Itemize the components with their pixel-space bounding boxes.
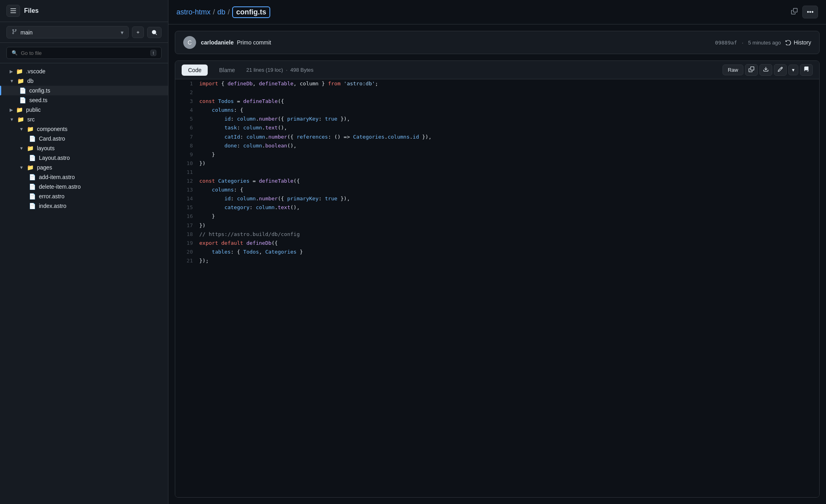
line-code: export default defineDb({ — [199, 239, 819, 248]
sidebar-item-add-item-astro[interactable]: 📄 add-item.astro — [0, 172, 168, 182]
table-row: 7 catId: column.number({ references: () … — [175, 133, 819, 141]
line-code: // https://astro.build/db/config — [199, 230, 819, 239]
sidebar-item-index-astro[interactable]: 📄 index.astro — [0, 201, 168, 211]
table-row: 1 import { defineDb, defineTable, column… — [175, 79, 819, 88]
sidebar-item-error-astro[interactable]: 📄 error.astro — [0, 192, 168, 201]
download-button[interactable] — [759, 64, 772, 76]
line-number: 21 — [175, 256, 199, 265]
branch-selector[interactable]: main ▾ — [6, 26, 129, 38]
file-icon: 📄 — [29, 174, 36, 180]
breadcrumb-sep-2: / — [228, 8, 230, 16]
sidebar-item-delete-item-astro[interactable]: 📄 delete-item.astro — [0, 182, 168, 192]
main-content: astro-htmx / db / config.ts ••• C carlod… — [168, 0, 826, 504]
more-file-options-button[interactable]: ▾ — [788, 65, 798, 75]
sidebar-item-seed-ts[interactable]: 📄 seed.ts — [0, 95, 168, 105]
more-options-button[interactable]: ••• — [802, 6, 818, 18]
search-input[interactable] — [21, 50, 147, 56]
chevron-down-icon: ▼ — [10, 79, 14, 83]
code-section: Code Blame 21 lines (19 loc) · 498 Bytes… — [175, 60, 820, 498]
sidebar-item-card-astro[interactable]: 📄 Card.astro — [0, 134, 168, 143]
line-code: } — [199, 212, 819, 221]
code-content: 1 import { defineDb, defineTable, column… — [175, 79, 819, 497]
sidebar-item-vscode[interactable]: ▶ 📁 .vscode — [0, 67, 168, 76]
commit-time: 5 minutes ago — [748, 40, 781, 46]
search-button[interactable] — [147, 27, 162, 38]
line-code: id: column.number({ primaryKey: true }), — [199, 194, 819, 203]
tab-code[interactable]: Code — [182, 65, 208, 76]
line-code: }); — [199, 256, 819, 265]
copy-path-button[interactable] — [790, 6, 799, 18]
sidebar-item-label: seed.ts — [29, 97, 47, 103]
sidebar-toggle-button[interactable] — [6, 5, 20, 17]
folder-icon: 📁 — [17, 116, 24, 123]
line-number: 12 — [175, 177, 199, 185]
sidebar-item-pages[interactable]: ▼ 📁 pages — [0, 163, 168, 172]
sidebar-item-label: error.astro — [39, 193, 65, 200]
search-box[interactable]: 🔍 t — [6, 47, 162, 59]
sidebar-item-src[interactable]: ▼ 📁 src — [0, 115, 168, 124]
sidebar-item-public[interactable]: ▶ 📁 public — [0, 105, 168, 115]
folder-icon: 📁 — [27, 164, 34, 171]
add-file-button[interactable]: + — [132, 26, 144, 38]
sidebar-item-layout-astro[interactable]: 📄 Layout.astro — [0, 153, 168, 163]
raw-button[interactable]: Raw — [723, 65, 743, 75]
folder-icon: 📁 — [17, 78, 24, 84]
line-code: id: column.number({ primaryKey: true }), — [199, 115, 819, 123]
history-button[interactable]: History — [786, 39, 811, 46]
line-number: 9 — [175, 150, 199, 159]
code-toolbar: Code Blame 21 lines (19 loc) · 498 Bytes… — [175, 61, 819, 79]
line-number: 7 — [175, 133, 199, 141]
table-row: 13 columns: { — [175, 185, 819, 194]
table-row: 9 } — [175, 150, 819, 159]
line-number: 1 — [175, 79, 199, 88]
sidebar-item-label: Layout.astro — [39, 155, 70, 161]
commit-meta: 09889af · 5 minutes ago — [715, 40, 781, 46]
branch-name: main — [20, 29, 32, 36]
file-lines: 21 lines (19 loc) — [246, 67, 283, 73]
line-code: const Categories = defineTable({ — [199, 177, 819, 185]
search-shortcut: t — [150, 50, 156, 56]
sidebar-item-db[interactable]: ▼ 📁 db — [0, 76, 168, 86]
breadcrumb-repo-link[interactable]: astro-htmx — [176, 8, 211, 16]
sidebar-item-components[interactable]: ▼ 📁 components — [0, 124, 168, 134]
folder-icon: 📁 — [16, 107, 23, 113]
line-code: } — [199, 150, 819, 159]
table-row: 8 done: column.boolean(), — [175, 141, 819, 150]
sidebar-item-config-ts[interactable]: 📄 config.ts — [0, 86, 168, 95]
file-icon: 📄 — [19, 97, 26, 103]
line-code: }) — [199, 159, 819, 168]
edit-button[interactable] — [774, 64, 787, 76]
copy-raw-button[interactable] — [745, 64, 758, 76]
sidebar-title: Files — [24, 7, 162, 14]
table-row: 16 } — [175, 212, 819, 221]
sidebar-item-label: delete-item.astro — [39, 183, 81, 190]
commit-info: carlodaniele Primo commit — [201, 39, 710, 46]
folder-icon: 📁 — [27, 126, 34, 132]
line-number: 5 — [175, 115, 199, 123]
branch-selector-row: main ▾ + — [0, 22, 168, 43]
search-icon: 🔍 — [12, 50, 18, 56]
sidebar-item-layouts[interactable]: ▼ 📁 layouts — [0, 143, 168, 153]
line-code — [199, 168, 819, 177]
file-tree: ▶ 📁 .vscode ▼ 📁 db 📄 config.ts 📄 seed.ts… — [0, 63, 168, 504]
breadcrumb: astro-htmx / db / config.ts — [176, 6, 786, 18]
sidebar-header: Files — [0, 0, 168, 22]
chevron-down-icon: ▼ — [19, 146, 24, 151]
file-meta: 21 lines (19 loc) · 498 Bytes — [246, 67, 718, 73]
main-header: astro-htmx / db / config.ts ••• — [168, 0, 826, 24]
commit-bar: C carlodaniele Primo commit 09889af · 5 … — [175, 31, 820, 54]
symbols-button[interactable] — [800, 64, 813, 76]
table-row: 5 id: column.number({ primaryKey: true }… — [175, 115, 819, 123]
table-row: 17 }) — [175, 221, 819, 230]
breadcrumb-folder-link[interactable]: db — [217, 8, 225, 16]
line-number: 10 — [175, 159, 199, 168]
sidebar-item-label: public — [26, 107, 41, 113]
branch-chevron-icon: ▾ — [121, 29, 123, 36]
table-row: 2 — [175, 88, 819, 97]
file-icon: 📄 — [29, 155, 36, 161]
line-code: import { defineDb, defineTable, column }… — [199, 79, 819, 88]
tab-blame[interactable]: Blame — [213, 65, 241, 76]
commit-hash[interactable]: 09889af — [715, 40, 737, 46]
commit-author[interactable]: carlodaniele — [201, 39, 234, 46]
line-number: 16 — [175, 212, 199, 221]
